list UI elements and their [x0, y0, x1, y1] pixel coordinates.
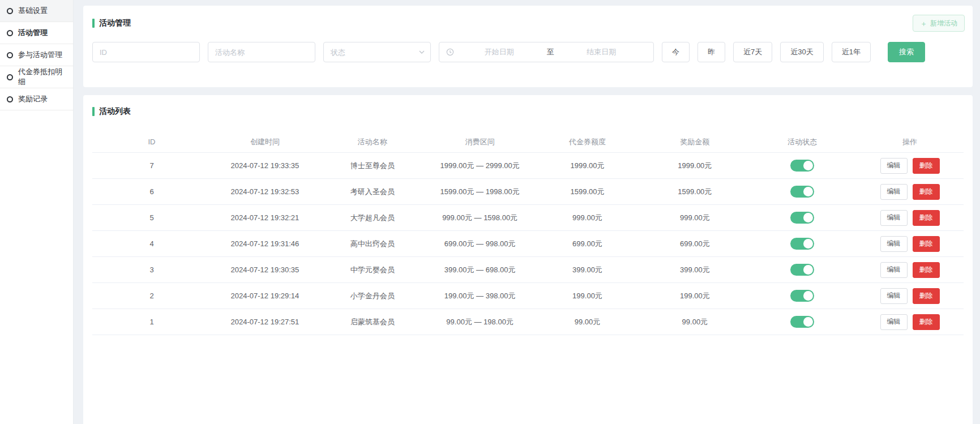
- cell-spend-range: 699.00元 — 998.00元: [426, 239, 534, 249]
- sidebar-item[interactable]: 代金券抵扣明细: [0, 66, 73, 88]
- add-activity-label: 新增活动: [930, 19, 957, 28]
- activity-filter-card: 活动管理 ＋ 新增活动: [83, 6, 973, 87]
- cell-reward-amount: 1599.00元: [641, 187, 748, 197]
- sidebar-item[interactable]: 活动管理: [0, 22, 73, 44]
- sidebar-item[interactable]: 基础设置: [0, 0, 73, 22]
- cell-created-time: 2024-07-12 19:27:51: [211, 318, 319, 326]
- cell-coupon-amount: 1599.00元: [534, 187, 641, 197]
- delete-button[interactable]: 删除: [913, 314, 940, 330]
- cell-actions: 编辑 删除: [856, 314, 964, 330]
- toggle-knob: [803, 213, 813, 222]
- delete-button[interactable]: 删除: [913, 262, 940, 278]
- cell-actions: 编辑 删除: [856, 262, 964, 278]
- cell-actions: 编辑 删除: [856, 210, 964, 226]
- status-toggle[interactable]: [790, 290, 814, 302]
- cell-actions: 编辑 删除: [856, 158, 964, 174]
- status-toggle[interactable]: [790, 316, 814, 328]
- delete-button[interactable]: 删除: [913, 288, 940, 304]
- id-input[interactable]: [92, 42, 200, 62]
- cell-status: [748, 212, 856, 224]
- cell-created-time: 2024-07-12 19:31:46: [211, 239, 319, 248]
- main-content: 活动管理 ＋ 新增活动: [74, 0, 980, 424]
- status-toggle[interactable]: [790, 186, 814, 198]
- sidebar-item[interactable]: 参与活动管理: [0, 44, 73, 66]
- circle-bullet-icon: [7, 96, 13, 102]
- cell-activity-name: 博士至尊会员: [319, 161, 426, 171]
- cell-spend-range: 1999.00元 — 2999.00元: [426, 161, 534, 171]
- delete-button[interactable]: 删除: [913, 236, 940, 252]
- cell-spend-range: 199.00元 — 398.00元: [426, 291, 534, 301]
- cell-activity-name: 考研入圣会员: [319, 187, 426, 197]
- status-toggle[interactable]: [790, 264, 814, 276]
- delete-button[interactable]: 删除: [913, 158, 940, 174]
- end-date-placeholder[interactable]: 结束日期: [557, 47, 647, 57]
- date-range-picker[interactable]: 开始日期 至 结束日期: [439, 42, 654, 62]
- cell-reward-amount: 999.00元: [641, 213, 748, 223]
- activity-name-input[interactable]: [208, 42, 315, 62]
- quick-date-button[interactable]: 近1年: [832, 42, 871, 62]
- edit-button[interactable]: 编辑: [880, 184, 908, 200]
- sidebar-item-label: 参与活动管理: [18, 50, 62, 60]
- status-toggle[interactable]: [790, 238, 814, 250]
- cell-created-time: 2024-07-12 19:33:35: [211, 161, 319, 170]
- edit-button[interactable]: 编辑: [880, 236, 908, 252]
- cell-coupon-amount: 999.00元: [534, 213, 641, 223]
- quick-date-button[interactable]: 近7天: [733, 42, 772, 62]
- sidebar: 基础设置 活动管理 参与活动管理 代金券抵扣明细 奖励记录: [0, 0, 74, 424]
- edit-button[interactable]: 编辑: [880, 158, 908, 174]
- circle-bullet-icon: [7, 74, 13, 80]
- edit-button[interactable]: 编辑: [880, 210, 908, 226]
- delete-button[interactable]: 删除: [913, 184, 940, 200]
- table-header-cell: 奖励金额: [641, 137, 748, 147]
- status-select-input[interactable]: [323, 42, 431, 62]
- cell-actions: 编辑 删除: [856, 236, 964, 252]
- app-window: 基础设置 活动管理 参与活动管理 代金券抵扣明细 奖励记录: [0, 0, 980, 424]
- status-toggle[interactable]: [790, 160, 814, 172]
- cell-status: [748, 264, 856, 276]
- sidebar-item-label: 活动管理: [18, 28, 48, 38]
- edit-button[interactable]: 编辑: [880, 288, 908, 304]
- toggle-knob: [803, 161, 813, 170]
- quick-date-button[interactable]: 昨: [697, 42, 725, 62]
- status-select[interactable]: [323, 42, 431, 62]
- quick-date-button[interactable]: 今: [662, 42, 690, 62]
- cell-reward-amount: 99.00元: [641, 317, 748, 327]
- start-date-placeholder[interactable]: 开始日期: [454, 47, 545, 57]
- cell-status: [748, 238, 856, 250]
- cell-spend-range: 999.00元 — 1598.00元: [426, 213, 534, 223]
- table-row: 7 2024-07-12 19:33:35 博士至尊会员 1999.00元 — …: [92, 153, 964, 179]
- cell-id: 4: [92, 239, 211, 248]
- cell-created-time: 2024-07-12 19:32:53: [211, 187, 319, 196]
- title-accent-bar: [92, 107, 95, 116]
- cell-activity-name: 中学元婴会员: [319, 265, 426, 275]
- cell-id: 7: [92, 161, 211, 170]
- cell-status: [748, 290, 856, 302]
- cell-id: 2: [92, 292, 211, 300]
- table-header-cell: 活动名称: [319, 137, 426, 147]
- cell-coupon-amount: 99.00元: [534, 317, 641, 327]
- add-activity-button[interactable]: ＋ 新增活动: [913, 15, 965, 32]
- table-header-cell: 活动状态: [748, 137, 856, 147]
- cell-spend-range: 399.00元 — 698.00元: [426, 265, 534, 275]
- cell-reward-amount: 199.00元: [641, 291, 748, 301]
- status-toggle[interactable]: [790, 212, 814, 224]
- table-row: 2 2024-07-12 19:29:14 小学金丹会员 199.00元 — 3…: [92, 283, 964, 309]
- cell-activity-name: 高中出窍会员: [319, 239, 426, 249]
- cell-reward-amount: 1999.00元: [641, 161, 748, 171]
- cell-coupon-amount: 199.00元: [534, 291, 641, 301]
- clock-icon: [446, 48, 454, 56]
- cell-activity-name: 小学金丹会员: [319, 291, 426, 301]
- sidebar-item[interactable]: 奖励记录: [0, 88, 73, 110]
- quick-date-button[interactable]: 近30天: [780, 42, 823, 62]
- delete-button[interactable]: 删除: [913, 210, 940, 226]
- toggle-knob: [803, 187, 813, 196]
- search-button[interactable]: 搜索: [888, 42, 925, 62]
- edit-button[interactable]: 编辑: [880, 262, 908, 278]
- table-header-cell: 操作: [856, 137, 964, 147]
- table-row: 1 2024-07-12 19:27:51 启蒙筑基会员 99.00元 — 19…: [92, 309, 964, 335]
- cell-status: [748, 186, 856, 198]
- cell-coupon-amount: 399.00元: [534, 265, 641, 275]
- edit-button[interactable]: 编辑: [880, 314, 908, 330]
- circle-bullet-icon: [7, 8, 13, 14]
- table-header-cell: 创建时间: [211, 137, 319, 147]
